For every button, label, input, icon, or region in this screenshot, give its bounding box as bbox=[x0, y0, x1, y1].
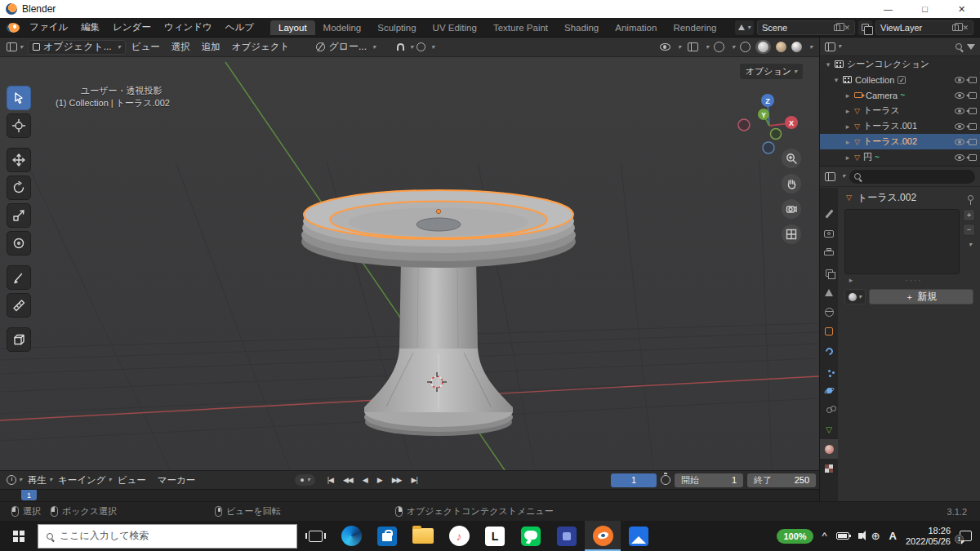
taskbar-app-store[interactable] bbox=[369, 521, 405, 551]
gizmos-icon[interactable] bbox=[688, 42, 698, 51]
tab-output-properties[interactable] bbox=[820, 243, 838, 263]
proportional-edit-icon[interactable] bbox=[416, 42, 425, 51]
tool-add-primitive[interactable] bbox=[7, 327, 31, 352]
taskbar-app-explorer[interactable] bbox=[405, 521, 441, 551]
tab-sculpting[interactable]: Sculpting bbox=[369, 20, 424, 35]
resize-grip[interactable]: ···· bbox=[856, 276, 972, 285]
prev-keyframe-button[interactable]: ◀◀ bbox=[339, 474, 357, 486]
viewlayer-browse-button[interactable] bbox=[858, 20, 872, 35]
render-camera-icon[interactable] bbox=[969, 92, 977, 99]
minimize-button[interactable]: — bbox=[870, 0, 906, 18]
add-slot-button[interactable]: ＋ bbox=[963, 209, 975, 221]
snap-magnet-icon[interactable] bbox=[397, 43, 404, 51]
zoom-icon[interactable] bbox=[782, 149, 801, 168]
tab-uv-editing[interactable]: UV Editing bbox=[425, 20, 485, 35]
end-frame-field[interactable]: 終了250 bbox=[747, 473, 816, 487]
tab-render-properties[interactable] bbox=[820, 224, 838, 243]
model-spool-table[interactable] bbox=[301, 190, 576, 436]
tab-particle-properties[interactable] bbox=[820, 361, 838, 380]
menu-view-timeline[interactable]: ビュー bbox=[112, 474, 152, 487]
outliner-row-camera[interactable]: ▸ Camera ~ bbox=[820, 87, 980, 103]
use-preview-range-icon[interactable] bbox=[661, 475, 670, 485]
hide-eye-icon[interactable] bbox=[955, 77, 964, 83]
blender-logo-icon[interactable] bbox=[7, 23, 20, 33]
tab-scene-properties[interactable] bbox=[820, 282, 838, 302]
menu-window[interactable]: ウィンドウ bbox=[158, 21, 219, 33]
tool-cursor[interactable] bbox=[7, 113, 31, 138]
taskbar-search-box[interactable]: ここに入力して検索 bbox=[38, 524, 297, 549]
3d-viewport[interactable]: ユーザー・透視投影 (1) Collection | トーラス.002 オプショ… bbox=[0, 57, 819, 470]
menu-view[interactable]: ビュー bbox=[126, 41, 166, 53]
browse-material-button[interactable]: ▾ bbox=[844, 289, 866, 304]
outliner-row-circle[interactable]: ▸ ▽ 円 ~ bbox=[820, 149, 980, 165]
tab-physics-properties[interactable] bbox=[820, 380, 838, 400]
tool-move[interactable] bbox=[7, 148, 31, 172]
jump-to-end-button[interactable]: ▶| bbox=[407, 474, 421, 486]
jump-to-start-button[interactable]: |◀ bbox=[323, 474, 337, 486]
collection-checkbox[interactable]: ✓ bbox=[898, 76, 906, 84]
taskbar-app-edge[interactable] bbox=[333, 521, 369, 551]
timeline-scrubber[interactable]: 1 bbox=[0, 489, 819, 501]
tab-shading[interactable]: Shading bbox=[556, 20, 607, 35]
notification-center-icon[interactable]: 1 bbox=[960, 531, 972, 541]
hide-eye-icon[interactable] bbox=[955, 123, 964, 130]
start-frame-field[interactable]: 開始1 bbox=[675, 473, 743, 487]
options-dropdown[interactable]: オプション▾ bbox=[740, 64, 803, 79]
battery-badge[interactable]: 100% bbox=[777, 529, 813, 544]
new-viewlayer-icon[interactable] bbox=[952, 24, 959, 31]
gizmo-neg-z-axis[interactable] bbox=[763, 142, 774, 153]
speaker-icon[interactable] bbox=[858, 533, 862, 539]
tab-texture-properties[interactable] bbox=[820, 459, 838, 478]
tab-animation[interactable]: Animation bbox=[607, 20, 665, 35]
tab-rendering[interactable]: Rendering bbox=[665, 20, 724, 35]
menu-object[interactable]: オブジェクト bbox=[226, 41, 296, 53]
tab-tool-properties[interactable] bbox=[820, 204, 838, 224]
close-button[interactable]: ✕ bbox=[943, 0, 980, 18]
menu-playback[interactable]: 再生 bbox=[22, 474, 52, 487]
taskbar-app-blue[interactable] bbox=[549, 521, 585, 551]
hide-eye-icon[interactable] bbox=[955, 139, 964, 145]
next-keyframe-button[interactable]: ▶▶ bbox=[388, 474, 406, 486]
shading-material-icon[interactable] bbox=[776, 42, 786, 52]
render-camera-icon[interactable] bbox=[969, 139, 977, 145]
tool-annotate[interactable] bbox=[7, 265, 31, 290]
remove-viewlayer-icon[interactable]: ✕ bbox=[962, 24, 969, 32]
outliner-row-scene-collection[interactable]: ▾ シーンコレクション bbox=[820, 56, 980, 72]
task-view-button[interactable] bbox=[297, 521, 333, 551]
shading-solid-icon[interactable] bbox=[758, 42, 768, 52]
outliner-editor-icon[interactable] bbox=[825, 42, 835, 51]
hide-eye-icon[interactable] bbox=[955, 108, 964, 114]
tab-layout[interactable]: Layout bbox=[270, 20, 315, 35]
hide-eye-icon[interactable] bbox=[955, 154, 964, 161]
render-camera-icon[interactable] bbox=[969, 108, 977, 114]
maximize-button[interactable]: □ bbox=[906, 0, 943, 18]
menu-marker[interactable]: マーカー bbox=[152, 474, 202, 487]
ime-indicator[interactable]: A bbox=[889, 530, 897, 542]
tab-modifier-properties[interactable] bbox=[820, 341, 838, 361]
scene-selector[interactable]: Scene ✕ bbox=[757, 20, 855, 35]
outliner-row-torus-002-active[interactable]: ▸ ▽ トーラス.002 bbox=[820, 134, 980, 149]
remove-slot-button[interactable]: − bbox=[963, 224, 975, 236]
outliner-search-icon[interactable] bbox=[956, 43, 962, 50]
material-slot-list[interactable] bbox=[844, 209, 960, 274]
tab-constraint-properties[interactable] bbox=[820, 400, 838, 420]
auto-keying-record[interactable]: ●▾ bbox=[295, 474, 314, 486]
tab-texture-paint[interactable]: Texture Paint bbox=[485, 20, 556, 35]
mode-dropdown[interactable]: オブジェクト... ▾ bbox=[28, 40, 126, 55]
pan-hand-icon[interactable] bbox=[782, 174, 801, 193]
taskbar-app-line[interactable] bbox=[513, 521, 549, 551]
tray-expand-icon[interactable]: ^ bbox=[822, 530, 827, 542]
battery-icon[interactable] bbox=[836, 532, 849, 540]
new-scene-icon[interactable] bbox=[834, 24, 840, 31]
menu-select[interactable]: 選択 bbox=[166, 41, 196, 53]
shading-rendered-icon[interactable] bbox=[791, 42, 802, 52]
menu-keying[interactable]: キーイング bbox=[52, 474, 112, 487]
camera-view-icon[interactable] bbox=[782, 199, 801, 219]
prev-frame-button[interactable]: ◀ bbox=[359, 474, 372, 486]
render-camera-icon[interactable] bbox=[969, 123, 977, 130]
taskbar-app-blender[interactable] bbox=[585, 521, 621, 551]
properties-editor-icon[interactable] bbox=[825, 172, 835, 181]
taskbar-clock[interactable]: 18:26 2022/05/26 bbox=[906, 526, 951, 547]
tool-transform[interactable] bbox=[7, 231, 31, 256]
current-frame-marker[interactable]: 1 bbox=[21, 490, 37, 500]
